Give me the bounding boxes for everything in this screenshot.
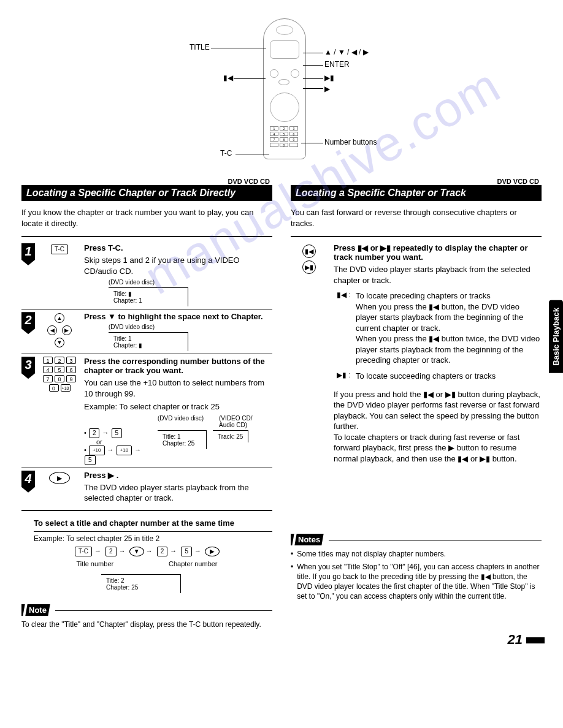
- right-step-title: Press ▮◀ or ▶▮ repeatedly to display the…: [334, 243, 542, 262]
- subsection-title: To select a title and chapter number at …: [21, 518, 272, 528]
- seq-label-chapter: Chapter number: [169, 560, 218, 567]
- step3-text: You can use the +10 button to select num…: [84, 377, 272, 399]
- right-step: ▮◀ ▶▮ Press ▮◀ or ▶▮ repeatedly to displ…: [291, 243, 542, 466]
- page-number: 21: [508, 632, 545, 648]
- step2-title: Press ▼ to highlight the space next to C…: [84, 312, 272, 321]
- right-section-header: Locating a Specific Chapter or Track: [291, 185, 542, 201]
- label-number-buttons: Number buttons: [324, 138, 377, 146]
- step-4: 4 ▶ Press ▶ . The DVD video player start…: [21, 471, 272, 506]
- step1-osd: Title: ▮ Chapter: 1: [109, 287, 188, 306]
- step1-text: Skip steps 1 and 2 if you are using a VI…: [84, 255, 272, 276]
- step3-osd-vcd: Track: 25: [213, 430, 248, 442]
- note-label: Note: [21, 604, 50, 616]
- skip-buttons-icon: ▮◀ ▶▮: [291, 243, 327, 466]
- label-play: ▶: [324, 85, 330, 93]
- step2-osd-caption: (DVD video disc): [109, 324, 272, 330]
- label-arrows: ▲ / ▼ / ◀ / ▶: [324, 48, 369, 56]
- keypad-icon: 123 456 789 0+10: [41, 357, 78, 465]
- notes-label: Notes: [291, 534, 324, 545]
- seq3-osd: Title: 2 Chapter: 25: [101, 574, 181, 593]
- step-number: 1: [21, 243, 35, 265]
- dpad-icon: ▲ ◀ ▶ ▼: [41, 312, 78, 351]
- right-column: DVD VCD CD Locating a Specific Chapter o…: [291, 178, 542, 604]
- left-column: DVD VCD CD Locating a Specific Chapter o…: [21, 178, 272, 629]
- step-number: 4: [21, 471, 35, 493]
- label-enter: ENTER: [324, 60, 350, 69]
- left-section-header: Locating a Specific Chapter or Track Dir…: [21, 185, 272, 201]
- next-definition: To locate succeeding chapters or tracks: [356, 371, 542, 382]
- label-title: TITLE: [190, 43, 210, 51]
- step-2: 2 ▲ ◀ ▶ ▼ Press ▼ to highlight the space…: [21, 312, 272, 351]
- right-step-para2: If you press and hold the ▮◀ or ▶▮ butto…: [334, 389, 542, 464]
- step-number: 3: [21, 357, 35, 379]
- disc-badges-left: DVD VCD CD: [21, 178, 272, 185]
- right-intro: You can fast forward or reverse through …: [291, 207, 542, 229]
- label-prev: ▮◀: [223, 74, 233, 82]
- sequence-diagram: T-C→ 2→ ▼→ 2→ 5→ ▶: [21, 547, 272, 556]
- example2: Example: To select chapter 25 in title 2: [21, 534, 272, 543]
- remote-body: 123 456 789 0: [263, 18, 306, 159]
- step3-title: Press the corresponding number buttons o…: [84, 357, 272, 375]
- step4-title: Press ▶ .: [84, 471, 272, 480]
- prev-definition: To locate preceding chapters or tracks W…: [356, 290, 542, 366]
- notes-list: Some titles may not display chapter numb…: [291, 549, 542, 601]
- play-button-icon: ▶: [49, 472, 70, 484]
- label-next: ▶▮: [324, 74, 334, 82]
- left-intro: If you know the chapter or track number …: [21, 207, 272, 229]
- right-step-text1: The DVD video player starts playback fro…: [334, 264, 542, 286]
- remote-diagram: 123 456 789 0 TITLE ▮◀ T-C ▲ / ▼ / ◀ / ▶…: [98, 18, 465, 172]
- label-tc: T-C: [220, 149, 232, 157]
- step2-osd: Title: 1 Chapter: ▮: [109, 332, 188, 351]
- step1-title: Press T-C.: [84, 243, 272, 252]
- step3-example: Example: To select chapter or track 25: [84, 401, 272, 412]
- step1-osd-caption: (DVD video disc): [109, 279, 272, 286]
- note-text: To clear the "Title" and "Chapter" displ…: [21, 620, 272, 629]
- step-number: 2: [21, 312, 35, 334]
- next-symbol: ▶▮ :: [334, 371, 351, 382]
- step-3: 3 123 456 789 0+10 Press the correspondi…: [21, 357, 272, 465]
- prev-symbol: ▮◀ :: [334, 290, 351, 366]
- disc-badges-right: DVD VCD CD: [291, 178, 542, 185]
- step-1: 1 T-C Press T-C. Skip steps 1 and 2 if y…: [21, 243, 272, 306]
- step3-osd-dvd: Title: 1 Chapter: 25: [158, 430, 207, 449]
- step4-text: The DVD video player starts playback fro…: [84, 482, 272, 504]
- seq-label-title: Title number: [76, 560, 113, 567]
- tc-button-icon: T-C: [51, 245, 68, 254]
- side-tab: Basic Playback: [549, 300, 563, 373]
